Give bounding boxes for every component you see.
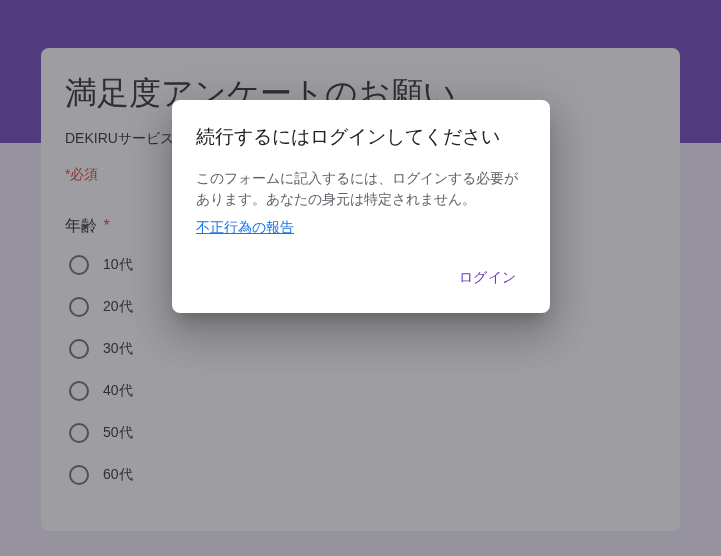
login-dialog: 続行するにはログインしてください このフォームに記入するには、ログインする必要が… bbox=[172, 100, 550, 313]
dialog-title: 続行するにはログインしてください bbox=[196, 124, 526, 150]
login-button[interactable]: ログイン bbox=[449, 261, 526, 295]
dialog-actions: ログイン bbox=[196, 253, 526, 303]
dialog-body: このフォームに記入するには、ログインする必要があります。あなたの身元は特定されま… bbox=[196, 168, 526, 210]
report-abuse-link[interactable]: 不正行為の報告 bbox=[196, 219, 294, 237]
